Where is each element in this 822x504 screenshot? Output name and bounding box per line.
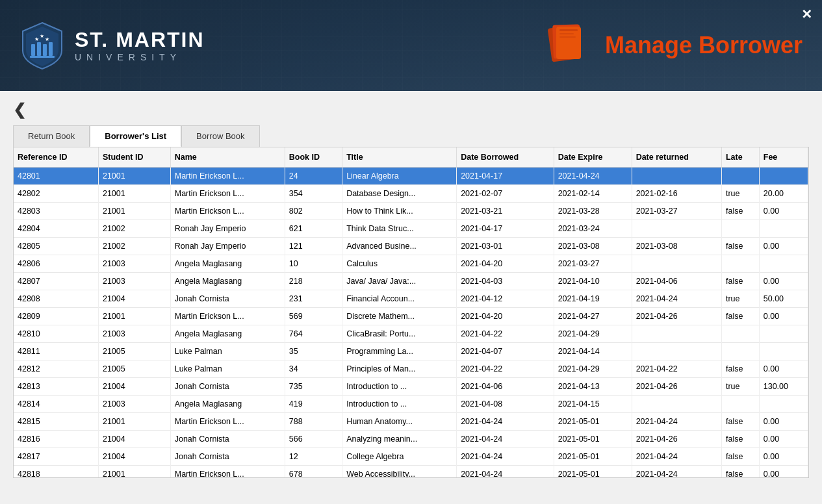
cell-late: false	[721, 448, 759, 466]
table-row[interactable]: 4280621003Angela Maglasang10Calculus2021…	[14, 255, 808, 273]
cell-book-id: 218	[285, 273, 342, 290]
close-button[interactable]: ✕	[801, 6, 812, 22]
cell-ref-id: 42810	[14, 325, 98, 343]
cell-title: Human Anatomy...	[342, 413, 457, 431]
svg-rect-13	[559, 36, 576, 38]
cell-student-id: 21001	[98, 308, 170, 325]
main-content: ❮ Return Book Borrower's List Borrow Boo…	[0, 91, 822, 504]
cell-date-expire: 2021-03-08	[554, 238, 632, 255]
cell-title: Advanced Busine...	[342, 238, 457, 255]
cell-date-expire: 2021-03-28	[554, 203, 632, 220]
table-row[interactable]: 4281321004Jonah Cornista735Introduction …	[14, 378, 808, 396]
cell-date-borrowed: 2021-04-07	[457, 343, 554, 360]
cell-name: Jonah Cornista	[170, 378, 285, 396]
col-fee: Fee	[759, 147, 808, 168]
table-row[interactable]: 4281821001Martin Erickson L...678Web Acc…	[14, 466, 808, 479]
cell-title: How to Think Lik...	[342, 203, 457, 220]
cell-student-id: 21005	[98, 343, 170, 360]
cell-student-id: 21003	[98, 255, 170, 273]
col-date-borrowed: Date Borrowed	[457, 147, 554, 168]
back-button[interactable]: ❮	[13, 101, 26, 119]
cell-late	[721, 325, 759, 343]
cell-late: false	[721, 466, 759, 479]
cell-late: false	[721, 413, 759, 431]
cell-ref-id: 42811	[14, 343, 98, 360]
table-row[interactable]: 4281721004Jonah Cornista12College Algebr…	[14, 448, 808, 466]
svg-rect-7	[30, 56, 55, 58]
university-name: ST. MARTIN UNIVERSITY	[75, 29, 205, 62]
cell-title: Java/ Java/ Java:...	[342, 273, 457, 290]
table-row[interactable]: 4280121001Martin Erickson L...24Linear A…	[14, 168, 808, 185]
cell-ref-id: 42818	[14, 466, 98, 479]
cell-date-borrowed: 2021-04-24	[457, 413, 554, 431]
col-date-returned: Date returned	[632, 147, 721, 168]
cell-ref-id: 42813	[14, 378, 98, 396]
cell-fee: 0.00	[759, 360, 808, 378]
header: ★ ★ ★ ST. MARTIN UNIVERSITY	[0, 0, 822, 91]
cell-student-id: 21004	[98, 378, 170, 396]
cell-name: Martin Erickson L...	[170, 203, 285, 220]
cell-date-returned: 2021-04-22	[632, 360, 721, 378]
cell-late: false	[721, 238, 759, 255]
cell-date-returned	[632, 325, 721, 343]
cell-date-borrowed: 2021-03-01	[457, 238, 554, 255]
cell-ref-id: 42806	[14, 255, 98, 273]
cell-date-borrowed: 2021-04-20	[457, 255, 554, 273]
table-row[interactable]: 4280421002Ronah Jay Emperio621Think Data…	[14, 220, 808, 238]
cell-date-expire: 2021-05-01	[554, 448, 632, 466]
cell-date-expire: 2021-04-15	[554, 396, 632, 413]
cell-book-id: 566	[285, 431, 342, 448]
cell-date-expire: 2021-04-14	[554, 343, 632, 360]
cell-title: Think Data Struc...	[342, 220, 457, 238]
table-row[interactable]: 4281121005Luke Palman35Programming La...…	[14, 343, 808, 360]
table-row[interactable]: 4281421003Angela Maglasang419Introductio…	[14, 396, 808, 413]
cell-fee: 0.00	[759, 431, 808, 448]
svg-rect-12	[559, 33, 574, 34]
tabs-container: Return Book Borrower's List Borrow Book	[13, 125, 809, 147]
cell-date-returned	[632, 168, 721, 185]
cell-late	[721, 168, 759, 185]
cell-date-borrowed: 2021-04-22	[457, 325, 554, 343]
cell-date-expire: 2021-03-24	[554, 220, 632, 238]
cell-date-returned: 2021-03-27	[632, 203, 721, 220]
table-row[interactable]: 4281521001Martin Erickson L...788Human A…	[14, 413, 808, 431]
cell-ref-id: 42816	[14, 431, 98, 448]
table-row[interactable]: 4281621004Jonah Cornista566Analyzing mea…	[14, 431, 808, 448]
table-row[interactable]: 4281221005Luke Palman34Principles of Man…	[14, 360, 808, 378]
cell-late: false	[721, 431, 759, 448]
table-row[interactable]: 4280921001Martin Erickson L...569Discret…	[14, 308, 808, 325]
col-student-id: Student ID	[98, 147, 170, 168]
cell-student-id: 21005	[98, 360, 170, 378]
cell-title: Programming La...	[342, 343, 457, 360]
table-row[interactable]: 4280821004Jonah Cornista231Financial Acc…	[14, 290, 808, 308]
cell-book-id: 621	[285, 220, 342, 238]
cell-fee: 0.00	[759, 308, 808, 325]
cell-title: ClicaBrasil: Portu...	[342, 325, 457, 343]
cell-date-borrowed: 2021-04-06	[457, 378, 554, 396]
cell-late: false	[721, 273, 759, 290]
table-row[interactable]: 4280721003Angela Maglasang218Java/ Java/…	[14, 273, 808, 290]
tab-return-book[interactable]: Return Book	[13, 125, 90, 147]
tab-borrow-book[interactable]: Borrow Book	[181, 125, 259, 147]
cell-date-borrowed: 2021-04-20	[457, 308, 554, 325]
table-row[interactable]: 4280521002Ronah Jay Emperio121Advanced B…	[14, 238, 808, 255]
cell-book-id: 764	[285, 325, 342, 343]
cell-late: true	[721, 290, 759, 308]
manage-title: Manage Borrower	[605, 32, 803, 59]
tab-borrowers-list[interactable]: Borrower's List	[90, 125, 181, 147]
cell-fee	[759, 255, 808, 273]
cell-title: Introduction to ...	[342, 378, 457, 396]
cell-date-returned: 2021-04-24	[632, 466, 721, 479]
cell-late	[721, 343, 759, 360]
svg-rect-5	[43, 44, 47, 56]
cell-book-id: 788	[285, 413, 342, 431]
cell-date-returned	[632, 343, 721, 360]
cell-ref-id: 42805	[14, 238, 98, 255]
table-row[interactable]: 4280321001Martin Erickson L...802How to …	[14, 203, 808, 220]
cell-late: false	[721, 360, 759, 378]
table-row[interactable]: 4280221001Martin Erickson L...354Databas…	[14, 185, 808, 203]
table-row[interactable]: 4281021003Angela Maglasang764ClicaBrasil…	[14, 325, 808, 343]
cell-name: Angela Maglasang	[170, 396, 285, 413]
cell-date-expire: 2021-05-01	[554, 466, 632, 479]
cell-fee: 0.00	[759, 203, 808, 220]
